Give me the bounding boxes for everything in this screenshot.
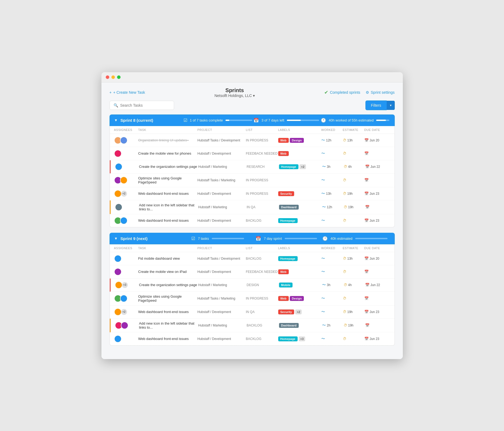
estimate-value: 13h xyxy=(347,257,353,260)
task-name[interactable]: Add new icon in the left sidebar that li… xyxy=(139,321,198,329)
sprint-settings-button[interactable]: ⚙ Sprint settings xyxy=(366,90,395,95)
app-window: + + Create New Task Sprints Netsolft Hol… xyxy=(101,72,403,359)
worked-cell: 〜12h xyxy=(322,205,344,210)
calendar-icon: 📅 xyxy=(365,205,369,209)
calendar-icon: 📅 xyxy=(364,270,369,274)
sprint-body-sprint9: AssigneesTaskProjectListLabelsWorkedEsti… xyxy=(110,244,395,346)
col-header-estimate: Estimate xyxy=(343,128,364,131)
col-header-due-date: Due Date xyxy=(364,128,389,131)
col-header-estimate: Estimate xyxy=(343,246,364,250)
org-name: Netsolft Holdings, LLC xyxy=(214,93,252,98)
calendar-icon: 📅 xyxy=(365,323,369,327)
days-left-text: 7 day sprint xyxy=(264,237,282,241)
wave-icon: 〜 xyxy=(321,178,325,183)
checkbox-icon: ☑ xyxy=(184,118,187,123)
top-actions: ✔ Completed sprints ⚙ Sprint settings xyxy=(324,89,395,95)
assignees-cell xyxy=(114,137,138,144)
hours-progress-bar xyxy=(355,238,387,239)
table-row: +2Web dashboard front-end issuesHubstaff… xyxy=(110,305,394,319)
clock-icon: ⏱ xyxy=(343,337,346,341)
project-cell: Hubstaff / Development xyxy=(198,219,246,223)
due-date-cell: 📅Jun 22 xyxy=(365,283,389,287)
filters-button-group: Filters ▾ xyxy=(365,100,394,110)
task-name[interactable]: Create the organization settings page xyxy=(139,165,198,169)
due-date-cell: 📅 xyxy=(364,151,389,155)
check-circle-icon: ✔ xyxy=(324,89,328,95)
col-header-project: Project xyxy=(198,246,246,250)
completed-sprints-button[interactable]: ✔ Completed sprints xyxy=(324,89,360,95)
label-badge: Homepage xyxy=(278,336,298,341)
assignees-cell: +2 xyxy=(114,308,138,316)
wave-icon: 〜 xyxy=(322,323,326,328)
task-name[interactable]: Web dashboard front-end issues xyxy=(138,192,198,196)
sprint-tasks-stat: ☑ 1 of 7 tasks complete xyxy=(184,118,252,123)
title-bar xyxy=(101,72,403,82)
clock-icon: ⏱ xyxy=(344,165,347,169)
table-row: Optimize sites using Google PageSpeedHub… xyxy=(110,292,394,305)
task-name[interactable]: Create the organization settings page xyxy=(139,283,198,287)
search-input[interactable] xyxy=(120,103,170,107)
maximize-dot[interactable] xyxy=(117,75,121,79)
list-cell: FEEDBACK NEEDED xyxy=(246,270,278,274)
clock-icon: ⏱ xyxy=(343,218,346,223)
task-name[interactable]: Web dashboard front-end issues xyxy=(138,218,198,223)
clock-icon: ⏱ xyxy=(343,192,346,196)
due-date-cell: 📅 xyxy=(364,296,389,300)
wave-icon: 〜 xyxy=(321,138,325,143)
task-name[interactable]: Organization linking UI updates– xyxy=(138,138,198,142)
worked-value: 2h xyxy=(327,324,330,327)
task-name[interactable]: Web dashboard front-end issues xyxy=(138,337,198,341)
calendar-icon: 📅 xyxy=(364,151,369,155)
clock-icon: ⏱ xyxy=(344,323,347,327)
avatar xyxy=(114,335,122,343)
table-row: Add new icon in the left sidebar that li… xyxy=(110,200,394,214)
avatar xyxy=(114,308,122,316)
task-name[interactable]: Add new icon in the left sidebar that li… xyxy=(139,203,198,211)
labels-cell: Security+2 xyxy=(278,310,321,314)
calendar-icon: 📅 xyxy=(364,296,369,300)
task-name[interactable]: Create the mobile view on iPad xyxy=(138,270,198,274)
wave-icon: 〜 xyxy=(321,310,325,314)
task-name[interactable]: Optimize sites using Google PageSpeed xyxy=(138,176,198,184)
task-name[interactable]: Create the mobile view for phones xyxy=(138,151,198,155)
list-cell: RESEARCH xyxy=(247,165,279,169)
label-badge: Web xyxy=(278,296,289,301)
task-name[interactable]: Web dashboard front-end issues xyxy=(138,310,198,314)
table-row: +3Create the organization settings pageH… xyxy=(110,279,394,292)
due-date-value: Jun 20 xyxy=(370,257,379,260)
task-name[interactable]: Fid mobile dashboard view xyxy=(138,256,198,260)
plus-icon: + xyxy=(110,90,112,95)
estimate-cell: ⏱ xyxy=(343,218,364,223)
estimate-value: 13h xyxy=(347,138,353,142)
list-cell: IN QA xyxy=(246,310,278,314)
task-name[interactable]: Optimize sites using Google PageSpeed xyxy=(138,294,198,303)
labels-cell: Mobile xyxy=(279,283,322,287)
list-cell: IN PROGRESS xyxy=(246,178,278,182)
table-row: Organization linking UI updates–Hubstaff… xyxy=(110,134,394,147)
search-box[interactable]: 🔍 xyxy=(110,101,174,110)
avatar xyxy=(114,268,122,276)
labels-cell: Web xyxy=(278,151,321,156)
create-task-button[interactable]: + + Create New Task xyxy=(110,90,145,95)
sprint-header-sprint8: ▾ Sprint 8 (current) ☑ 1 of 7 tasks comp… xyxy=(110,114,395,126)
sprint-section-sprint9: ▾ Sprint 9 (next) ☑ 7 tasks 📅 7 day spri… xyxy=(110,233,395,346)
table-row: Create the mobile view for phonesHubstaf… xyxy=(110,147,394,160)
minimize-dot[interactable] xyxy=(111,75,115,79)
list-cell: IN QA xyxy=(247,205,279,209)
days-left-text: 3 of 7 days left xyxy=(262,118,284,122)
calendar-icon: 📅 xyxy=(364,337,369,341)
wave-icon: 〜 xyxy=(321,336,325,341)
filters-dropdown-button[interactable]: ▾ xyxy=(387,101,395,110)
list-cell: BACKLOG xyxy=(246,219,278,223)
label-badge: Dashboard xyxy=(279,205,299,210)
collapse-icon[interactable]: ▾ xyxy=(115,118,117,122)
filters-main-button[interactable]: Filters xyxy=(365,100,386,110)
assignee-count-badge: +2 xyxy=(121,191,127,197)
due-date-cell: 📅 xyxy=(365,205,389,209)
sprints-container: ▾ Sprint 8 (current) ☑ 1 of 7 tasks comp… xyxy=(110,114,395,346)
close-dot[interactable] xyxy=(106,75,109,79)
org-selector[interactable]: Netsolft Holdings, LLC ▾ xyxy=(214,93,255,98)
col-header-project: Project xyxy=(198,128,246,131)
collapse-icon[interactable]: ▾ xyxy=(115,236,117,241)
label-badge: +2 xyxy=(295,310,302,314)
